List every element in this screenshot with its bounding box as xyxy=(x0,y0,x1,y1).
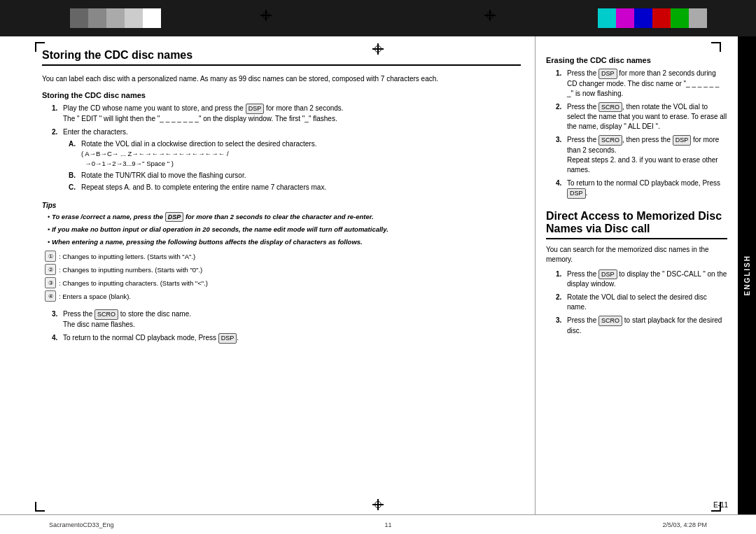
erase-step-3-content: Press the SCRO, then press the DSP for m… xyxy=(567,135,727,175)
intro-text: You can label each disc with a personali… xyxy=(42,74,521,84)
color-block-blue xyxy=(634,8,652,28)
alpha-a: A. Rotate the VOL dial in a clockwise di… xyxy=(69,139,521,169)
color-block-red xyxy=(652,8,671,28)
icon-row-3: ③ : Changes to inputting characters. (St… xyxy=(45,277,521,289)
step-1: 1. Play the CD whose name you want to st… xyxy=(52,104,521,124)
sub-title: Storing the CDC disc names xyxy=(42,91,521,99)
content-area: Storing the CDC disc names You can label… xyxy=(0,36,756,514)
direct-step-1: 1. Press the DSP to display the " DSC-CA… xyxy=(556,269,727,290)
step-list-1: 1. Play the CD whose name you want to st… xyxy=(52,104,521,195)
color-block-grey2 xyxy=(88,8,106,28)
color-block-white xyxy=(143,8,161,28)
step-1-num: 1. xyxy=(52,104,63,124)
right-panel: Erasing the CDC disc names 1. Press the … xyxy=(535,36,738,514)
icon-rows: ① : Changes to inputting letters. (Start… xyxy=(45,251,521,304)
direct-step-3-content: Press the SCRO to start playback for the… xyxy=(567,316,727,336)
direct-step-list: 1. Press the DSP to display the " DSC-CA… xyxy=(556,269,727,336)
tips-list: To erase /correct a name, press the DSP … xyxy=(42,212,521,246)
erase-step-4: 4. To return to the normal CD playback m… xyxy=(556,178,727,199)
step-3-num: 3. xyxy=(52,309,63,330)
step-4-content: To return to the normal CD playback mode… xyxy=(63,333,521,344)
scro-erase-3: SCRO xyxy=(598,135,622,146)
dsp-erase-3: DSP xyxy=(673,135,692,146)
alpha-a-content: Rotate the VOL dial in a clockwise direc… xyxy=(81,139,316,169)
alpha-a-label: A. xyxy=(69,139,81,169)
step-4: 4. To return to the normal CD playback m… xyxy=(52,333,521,344)
step-2-content: Enter the characters. A. Rotate the VOL … xyxy=(63,127,521,195)
step-2-num: 2. xyxy=(52,127,63,195)
dsp-ref-tip: DSP xyxy=(165,212,184,223)
alpha-c-content: Repeat steps A. and B. to complete enter… xyxy=(81,183,326,192)
scro-button-ref-3: SCRO xyxy=(94,309,118,320)
page-number: E-11 xyxy=(713,501,728,509)
tip-3: When entering a name, pressing the follo… xyxy=(48,237,521,246)
dsp-direct-1: DSP xyxy=(598,269,617,280)
left-panel: Storing the CDC disc names You can label… xyxy=(0,36,535,514)
alpha-c-label: C. xyxy=(69,183,81,192)
footer: SacramentoCD33_Eng 11 2/5/03, 4:28 PM xyxy=(0,514,756,534)
step-list-2: 3. Press the SCRO to store the disc name… xyxy=(52,309,521,343)
alpha-b-content: Rotate the TUN/TRK dial to move the flas… xyxy=(81,171,246,181)
direct-step-3-num: 3. xyxy=(556,316,567,336)
dsp-button-ref: DSP xyxy=(246,104,265,114)
footer-left: SacramentoCD33_Eng xyxy=(49,521,114,528)
crosshair-icon-right xyxy=(483,8,497,22)
crosshair-icon-left xyxy=(259,8,273,22)
right-color-segment xyxy=(598,8,707,28)
dsp-erase-1: DSP xyxy=(598,69,617,79)
direct-access-title: Direct Access to Memorized Disc Names vi… xyxy=(546,210,727,239)
scro-direct-3: SCRO xyxy=(598,316,622,326)
color-block-grey1 xyxy=(70,8,88,28)
direct-step-3: 3. Press the SCRO to start playback for … xyxy=(556,316,727,336)
color-block-magenta xyxy=(616,8,634,28)
alpha-b-label: B. xyxy=(69,171,81,181)
step-4-num: 4. xyxy=(52,333,63,344)
icon-row-4-text: : Enters a space (blank). xyxy=(59,290,131,302)
alpha-b: B. Rotate the TUN/TRK dial to move the f… xyxy=(69,171,521,181)
page-wrapper: Storing the CDC disc names You can label… xyxy=(0,0,756,534)
top-strip xyxy=(0,0,756,36)
dsp-button-ref-4: DSP xyxy=(218,333,237,344)
step-3-content: Press the SCRO to store the disc name. T… xyxy=(63,309,521,330)
direct-step-2-content: Rotate the VOL dial to select the desire… xyxy=(567,293,727,312)
icon-box-2: ② xyxy=(45,264,56,275)
tips-title: Tips xyxy=(42,202,521,209)
color-block-cyan xyxy=(598,8,616,28)
step-1-content: Play the CD whose name you want to store… xyxy=(63,104,521,124)
direct-intro: You can search for the memorized disc na… xyxy=(546,245,727,265)
icon-row-2: ② : Changes to inputting numbers. (Start… xyxy=(45,264,521,276)
direct-step-2-num: 2. xyxy=(556,293,567,312)
erase-step-2-content: Press the SCRO, then rotate the VOL dial… xyxy=(567,102,727,132)
left-color-segment xyxy=(70,8,161,28)
erase-step-3-num: 3. xyxy=(556,135,567,175)
crosshair-left xyxy=(259,8,273,22)
english-tab-label: ENGLISH xyxy=(743,255,751,295)
erase-step-4-content: To return to the normal CD playback mode… xyxy=(567,178,727,199)
icon-box-3: ③ xyxy=(45,277,56,288)
erase-step-2: 2. Press the SCRO, then rotate the VOL d… xyxy=(556,102,727,132)
icon-box-1: ① xyxy=(45,251,56,262)
erase-step-1-num: 1. xyxy=(556,69,567,99)
step-3: 3. Press the SCRO to store the disc name… xyxy=(52,309,521,330)
icon-row-2-text: : Changes to inputting numbers. (Starts … xyxy=(59,264,202,276)
icon-row-4: ④ : Enters a space (blank). xyxy=(45,290,521,302)
direct-step-2: 2. Rotate the VOL dial to select the des… xyxy=(556,293,727,312)
english-sidebar: ENGLISH xyxy=(738,36,756,514)
tips-section: Tips To erase /correct a name, press the… xyxy=(42,202,521,304)
step-2: 2. Enter the characters. A. Rotate the V… xyxy=(52,127,521,195)
dsp-erase-4: DSP xyxy=(567,188,586,199)
color-block-ltgrey xyxy=(689,8,707,28)
main-title: Storing the CDC disc names xyxy=(42,49,521,66)
icon-box-4: ④ xyxy=(45,290,56,302)
erase-step-list: 1. Press the DSP for more than 2 seconds… xyxy=(556,69,727,199)
alpha-c: C. Repeat steps A. and B. to complete en… xyxy=(69,183,521,192)
erase-step-4-num: 4. xyxy=(556,178,567,199)
tip-1: To erase /correct a name, press the DSP … xyxy=(48,212,521,223)
footer-center: 11 xyxy=(385,521,392,528)
erase-step-2-num: 2. xyxy=(556,102,567,132)
color-block-grey4 xyxy=(125,8,143,28)
direct-step-1-content: Press the DSP to display the " DSC-CALL … xyxy=(567,269,727,290)
footer-right: 2/5/03, 4:28 PM xyxy=(662,521,707,528)
alpha-list: A. Rotate the VOL dial in a clockwise di… xyxy=(69,139,521,192)
crosshair-circle xyxy=(262,12,270,19)
